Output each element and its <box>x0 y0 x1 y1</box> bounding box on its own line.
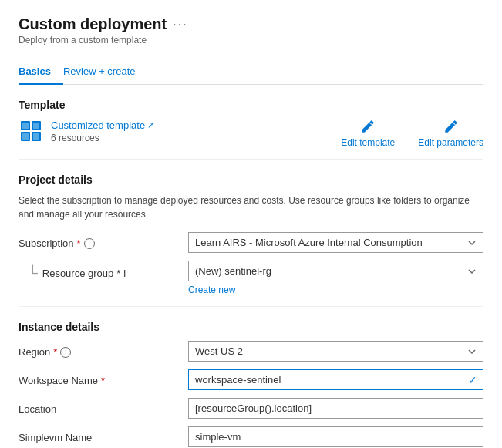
simplevm-name-control <box>188 426 483 447</box>
svg-rect-6 <box>22 133 29 140</box>
subscription-required: * <box>77 237 81 249</box>
region-info-icon[interactable]: i <box>60 347 71 358</box>
external-link-icon: ↗ <box>147 120 154 130</box>
location-input[interactable] <box>188 398 483 419</box>
project-details-description: Select the subscription to manage deploy… <box>19 194 483 221</box>
location-label: Location <box>19 398 188 415</box>
subscription-select[interactable]: Learn AIRS - Microsoft Azure Internal Co… <box>188 232 483 253</box>
divider-1 <box>19 159 483 160</box>
edit-template-button[interactable]: Edit template <box>341 119 395 148</box>
page-title: Custom deployment <box>19 15 167 33</box>
region-label: Region * i <box>19 341 188 358</box>
subscription-label: Subscription * i <box>19 232 188 249</box>
project-details-title: Project details <box>19 173 483 186</box>
resource-group-label-col: └ Resource group * i <box>19 261 188 280</box>
resource-group-select[interactable]: (New) sentinel-rg <box>188 261 483 281</box>
template-section-title: Template <box>19 99 483 111</box>
workspace-name-wrapper: ✓ <box>188 369 483 390</box>
location-row: Location <box>19 398 483 419</box>
template-resources: 6 resources <box>51 133 154 143</box>
simplevm-name-input[interactable] <box>188 426 483 447</box>
subscription-row: Subscription * i Learn AIRS - Microsoft … <box>19 232 483 253</box>
workspace-valid-icon: ✓ <box>468 374 477 386</box>
page-subtitle: Deploy from a custom template <box>19 35 483 45</box>
create-new-link[interactable]: Create new <box>188 285 483 295</box>
svg-rect-7 <box>33 133 39 140</box>
svg-rect-5 <box>33 123 39 129</box>
resource-group-row: └ Resource group * i (New) sentinel-rg C… <box>19 261 483 295</box>
tab-review-create[interactable]: Review + create <box>63 59 148 85</box>
resource-group-required: * <box>116 268 120 279</box>
workspace-name-input[interactable] <box>188 369 483 390</box>
workspace-name-required: * <box>101 375 105 386</box>
template-info: Customized template ↗ 6 resources <box>19 119 154 143</box>
divider-2 <box>19 306 483 307</box>
simplevm-name-row: Simplevm Name <box>19 426 483 447</box>
location-control <box>188 398 483 419</box>
workspace-name-row: Workspace Name * ✓ <box>19 369 483 390</box>
resource-group-info-icon[interactable]: i <box>123 268 126 279</box>
template-section: Customized template ↗ 6 resources Edit t… <box>19 119 483 148</box>
subscription-info-icon[interactable]: i <box>84 238 95 249</box>
region-select[interactable]: West US 2 <box>188 341 483 362</box>
tab-basics[interactable]: Basics <box>19 59 63 85</box>
svg-rect-4 <box>22 123 29 129</box>
tab-bar: Basics Review + create <box>19 59 483 85</box>
resource-group-control: (New) sentinel-rg Create new <box>188 261 483 295</box>
region-row: Region * i West US 2 <box>19 341 483 362</box>
edit-parameters-button[interactable]: Edit parameters <box>418 119 483 148</box>
customized-template-link[interactable]: Customized template ↗ <box>51 120 154 131</box>
simplevm-name-label: Simplevm Name <box>19 426 188 443</box>
region-required: * <box>53 346 57 358</box>
workspace-name-control: ✓ <box>188 369 483 390</box>
template-icon <box>19 119 43 143</box>
more-options-button[interactable]: ··· <box>173 18 187 32</box>
region-control: West US 2 <box>188 341 483 362</box>
workspace-name-label: Workspace Name * <box>19 369 188 386</box>
resource-group-label: └ Resource group * i <box>19 266 188 280</box>
subscription-control: Learn AIRS - Microsoft Azure Internal Co… <box>188 232 483 253</box>
template-actions: Edit template Edit parameters <box>341 119 483 148</box>
instance-details-title: Instance details <box>19 321 483 333</box>
